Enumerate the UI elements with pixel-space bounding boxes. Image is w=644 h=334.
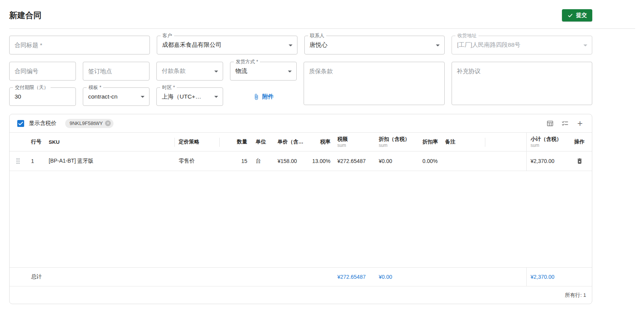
submit-button[interactable]: 提交 <box>562 9 592 21</box>
grid-empty-area <box>10 171 592 267</box>
submit-button-label: 提交 <box>576 12 587 19</box>
shipping-address-select[interactable]: 收货地址 [工厂]人民南路四段88号 <box>452 36 592 54</box>
cell-discount-rate[interactable]: 0.00% <box>418 151 439 171</box>
chevron-down-icon <box>214 96 218 98</box>
form-row-2: 付款条款 发货方式 * 物流 <box>9 62 297 81</box>
payment-terms-select[interactable]: 付款条款 <box>156 62 223 81</box>
contract-form: 客户 成都嘉禾食品有限公司 联系人 唐悦心 收货地址 [工厂]人民南路四段88号 <box>9 36 592 106</box>
paperclip-icon <box>253 94 260 100</box>
shipping-address-value: [工厂]人民南路四段88号 <box>452 41 530 49</box>
shipping-method-value: 物流 <box>230 67 257 75</box>
total-subtotal: ¥2,370.00 <box>526 268 567 286</box>
chip-close-icon[interactable]: × <box>105 120 111 126</box>
header-tax-amount[interactable]: 税额 sum <box>332 133 374 151</box>
cell-actions <box>567 151 592 171</box>
header-unit[interactable]: 单位 <box>250 133 273 151</box>
cell-unit[interactable]: 台 <box>250 151 273 171</box>
header-unit-price[interactable]: 单价（含… <box>273 133 307 151</box>
attachment-slot: 附件 <box>230 87 297 106</box>
cell-spacer <box>485 151 526 171</box>
chevron-down-icon <box>289 44 292 46</box>
form-row-3: 交付期限（天） 模板 * contract-cn 时区 * 上海（UTC+… <box>9 87 297 106</box>
timezone-value: 上海（UTC+… <box>157 93 211 101</box>
header-note[interactable]: 备注 <box>439 133 485 151</box>
cell-subtotal: ¥2,370.00 <box>526 151 567 171</box>
chevron-down-icon <box>436 44 440 46</box>
contract-form-page: 新建合同 提交 客户 成都嘉禾食品有限公司 联系人 唐悦心 <box>0 0 644 304</box>
total-label: 总计 <box>26 268 175 286</box>
cell-sku[interactable]: [BP-A1-BT] 蓝牙版 <box>43 151 175 171</box>
total-tax-amount: ¥272.65487 <box>332 268 374 286</box>
page-header: 新建合同 提交 <box>9 0 592 21</box>
chevron-down-icon <box>214 71 218 72</box>
header-actions: 操作 <box>567 133 592 151</box>
contract-no-field <box>9 62 76 81</box>
cell-unit-price[interactable]: ¥158.00 <box>273 151 307 171</box>
header-subtotal[interactable]: 小计（含税） sum <box>526 133 567 151</box>
cell-pricing[interactable]: 零售价 <box>175 151 220 171</box>
delete-row-icon[interactable] <box>576 158 583 165</box>
form-bottom: 付款条款 发货方式 * 物流 交付期限（天） 模板 * <box>9 62 592 106</box>
chevron-down-icon <box>288 71 292 72</box>
contact-select[interactable]: 联系人 唐悦心 <box>304 36 445 54</box>
form-left-column: 付款条款 发货方式 * 物流 交付期限（天） 模板 * <box>9 62 297 106</box>
filter-tag-chip[interactable]: 9NKL9F58tWY × <box>65 119 114 128</box>
customer-value: 成都嘉禾食品有限公司 <box>157 41 232 49</box>
shipping-method-select[interactable]: 发货方式 * 物流 <box>230 62 297 81</box>
customer-label: 客户 <box>161 33 174 39</box>
form-row-1: 客户 成都嘉禾食品有限公司 联系人 唐悦心 收货地址 [工厂]人民南路四段88号 <box>9 36 592 54</box>
header-qty[interactable]: 数量 <box>220 133 250 151</box>
contact-label: 联系人 <box>308 33 327 39</box>
attachment-label: 附件 <box>262 93 274 100</box>
table-row[interactable]: 1 [BP-A1-BT] 蓝牙版 零售价 15 台 ¥158.00 13.00%… <box>10 151 592 171</box>
grid-header-row: 行号 SKU 定价策略 数量 单位 单价（含… 税率 税额 sum 折扣（含税）… <box>10 132 592 151</box>
signing-place-input[interactable] <box>83 62 149 80</box>
contact-value: 唐悦心 <box>305 41 338 49</box>
delivery-days-label: 交付期限（天） <box>13 85 51 90</box>
grid-total-row: 总计 ¥272.65487 ¥0.00 ¥2,370.00 <box>10 267 592 286</box>
subtotal-sum-label: sum <box>531 143 539 148</box>
row-count-label: 所有行: 1 <box>565 292 586 299</box>
chevron-down-icon <box>141 96 145 98</box>
line-items-grid: 显示含税价 9NKL9F58tWY × + 行号 SKU <box>9 114 592 304</box>
header-discount[interactable]: 折扣（含税） sum <box>374 133 418 151</box>
header-divider <box>9 28 635 29</box>
row-drag-cell <box>10 151 26 171</box>
warranty-textarea[interactable] <box>304 62 444 105</box>
cell-qty[interactable]: 15 <box>220 151 250 171</box>
header-discount-rate[interactable]: 折扣率 <box>418 133 439 151</box>
header-drag-col <box>10 133 26 151</box>
total-discount: ¥0.00 <box>374 268 418 286</box>
grid-footer: 所有行: 1 <box>10 286 592 304</box>
header-line-no: 行号 <box>26 133 43 151</box>
add-row-icon[interactable]: + <box>576 119 584 128</box>
contract-title-input[interactable] <box>10 36 150 54</box>
attachment-button[interactable]: 附件 <box>253 93 274 100</box>
column-settings-icon[interactable] <box>561 119 569 128</box>
header-spacer <box>485 133 526 151</box>
cell-note[interactable] <box>439 151 485 171</box>
check-icon <box>567 13 573 18</box>
supplement-textarea[interactable] <box>452 62 592 105</box>
show-tax-label: 显示含税价 <box>29 120 57 127</box>
header-sku[interactable]: SKU <box>43 133 175 151</box>
cell-discount[interactable]: ¥0.00 <box>374 151 418 171</box>
tax-amount-sum-label: sum <box>337 143 346 148</box>
shipping-address-label: 收货地址 <box>455 33 478 39</box>
shipping-method-label: 发货方式 * <box>234 59 260 65</box>
drag-handle-icon[interactable] <box>16 158 20 164</box>
header-tax-rate[interactable]: 税率 <box>307 133 332 151</box>
payment-terms-placeholder: 付款条款 <box>157 67 196 75</box>
cell-line-no: 1 <box>26 151 43 171</box>
export-table-icon[interactable] <box>546 119 554 128</box>
cell-tax-rate[interactable]: 13.00% <box>307 151 332 171</box>
show-tax-checkbox[interactable] <box>17 120 24 127</box>
customer-select[interactable]: 客户 成都嘉禾食品有限公司 <box>157 36 297 54</box>
page-title: 新建合同 <box>9 10 41 21</box>
contract-no-input[interactable] <box>10 62 76 80</box>
header-pricing[interactable]: 定价策略 <box>175 133 220 151</box>
timezone-label: 时区 * <box>160 85 177 90</box>
template-select[interactable]: 模板 * contract-cn <box>83 87 150 106</box>
timezone-select[interactable]: 时区 * 上海（UTC+… <box>156 87 223 106</box>
grid-toolbar: 显示含税价 9NKL9F58tWY × + <box>10 114 592 132</box>
